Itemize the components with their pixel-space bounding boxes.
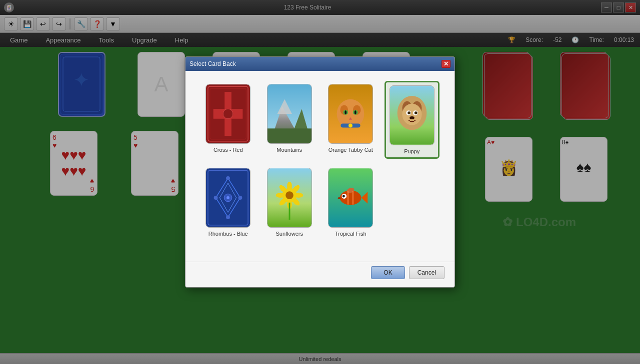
svg-point-55 <box>276 193 284 198</box>
card-back-grid: Cross - Red <box>200 81 440 240</box>
dialog-title-bar: Select Card Back ✕ <box>186 57 454 71</box>
card-label-orange-tabby: Orange Tabby Cat <box>328 147 373 153</box>
svg-point-33 <box>408 111 410 114</box>
ok-button[interactable]: OK <box>371 266 404 279</box>
svg-point-49 <box>287 182 292 191</box>
svg-point-51 <box>294 193 304 198</box>
svg-point-48 <box>286 191 294 199</box>
card-item-orange-tabby[interactable]: Orange Tabby Cat <box>323 81 378 159</box>
svg-point-35 <box>410 116 414 119</box>
card-thumb-sunflowers <box>267 168 312 228</box>
svg-point-43 <box>238 196 242 200</box>
card-item-mountains[interactable]: Mountains <box>262 81 318 159</box>
svg-point-7 <box>223 109 233 119</box>
card-item-tropical-fish[interactable]: Tropical Fish <box>323 165 378 240</box>
card-thumb-cross-red <box>206 84 250 144</box>
svg-point-22 <box>354 110 356 114</box>
svg-point-66 <box>338 197 341 199</box>
svg-point-21 <box>345 110 347 114</box>
dialog-title: Select Card Back <box>190 60 236 67</box>
svg-point-45 <box>226 215 230 219</box>
svg-rect-14 <box>268 128 312 143</box>
card-item-cross-red[interactable]: Cross - Red <box>200 81 256 159</box>
svg-point-41 <box>226 196 230 199</box>
svg-point-63 <box>342 195 345 198</box>
card-thumb-rhombus-blue <box>206 168 250 228</box>
card-label-cross-red: Cross - Red <box>214 147 243 153</box>
card-label-sunflowers: Sunflowers <box>276 231 303 237</box>
cancel-button[interactable]: Cancel <box>409 266 444 279</box>
svg-point-44 <box>226 176 230 180</box>
card-item-sunflowers[interactable]: Sunflowers <box>262 165 318 240</box>
card-label-mountains: Mountains <box>276 147 302 153</box>
card-thumb-tropical-fish <box>328 168 373 228</box>
card-thumb-mountains <box>267 84 312 144</box>
select-card-back-dialog: Select Card Back ✕ <box>185 56 455 288</box>
dialog-footer: OK Cancel <box>186 262 454 287</box>
card-label-tropical-fish: Tropical Fish <box>335 231 366 237</box>
card-label-rhombus-blue: Rhombus - Blue <box>208 231 248 237</box>
dialog-close-button[interactable]: ✕ <box>442 60 450 68</box>
card-thumb-orange-tabby <box>328 84 373 144</box>
svg-point-42 <box>214 196 218 200</box>
svg-point-25 <box>348 124 352 128</box>
dialog-overlay: Select Card Back ✕ <box>0 0 640 364</box>
card-thumb-puppy <box>390 85 434 145</box>
card-label-puppy: Puppy <box>404 148 420 154</box>
svg-point-34 <box>414 111 418 114</box>
card-item-rhombus-blue[interactable]: Rhombus - Blue <box>200 165 256 240</box>
card-item-puppy[interactable]: Puppy <box>384 81 440 159</box>
dialog-content: Cross - Red <box>186 71 454 258</box>
